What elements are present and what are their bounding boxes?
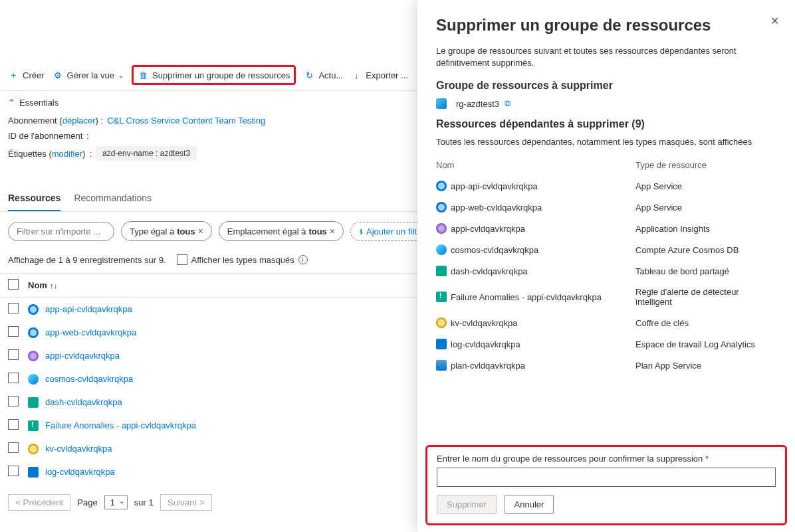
deps-description: Toutes les ressources dépendantes, notam…: [436, 137, 776, 147]
dep-row: appi-cvldqavkrqkpa Application Insights: [436, 218, 776, 239]
dep-type: Plan App Service: [635, 361, 776, 371]
resource-icon: [28, 374, 39, 385]
select-all-checkbox[interactable]: [8, 279, 19, 290]
close-icon[interactable]: ×: [198, 226, 203, 236]
row-checkbox[interactable]: [8, 349, 19, 360]
subscription-label: Abonnement (déplacer) :: [8, 116, 103, 126]
panel-title: Supprimer un groupe de ressources: [436, 16, 776, 35]
export-label: Exporter ...: [366, 70, 408, 80]
tag-pill[interactable]: azd-env-name : azdtest3: [96, 146, 197, 161]
resource-group-icon: [436, 98, 447, 109]
confirm-input[interactable]: [437, 468, 776, 487]
cancel-button[interactable]: Annuler: [505, 495, 554, 514]
deps-heading: Ressources dépendantes à supprimer (9): [436, 118, 776, 130]
row-checkbox[interactable]: [8, 326, 19, 337]
resource-icon: [28, 397, 39, 408]
dep-row: plan-cvldqavkrqkpa Plan App Service: [436, 355, 776, 376]
panel-description: Le groupe de ressources suivant et toute…: [436, 45, 776, 69]
export-button[interactable]: ↓ Exporter ...: [351, 70, 408, 80]
resource-link[interactable]: log-cvldqavkrqkpa: [45, 467, 115, 477]
confirm-label: Entrer le nom du groupe de ressources po…: [437, 454, 776, 464]
resource-icon: [436, 244, 447, 255]
edit-tags-link[interactable]: modifier: [52, 149, 82, 159]
create-label: Créer: [23, 70, 45, 80]
dep-type: Espace de travail Log Analytics: [635, 339, 776, 349]
filter-type[interactable]: Type égal à tous ×: [121, 221, 212, 241]
resource-icon: [28, 444, 39, 454]
sort-asc-icon: ↑↓: [50, 282, 57, 290]
resource-icon: [28, 304, 39, 315]
dep-name: dash-cvldqavkrqkpa: [451, 266, 528, 276]
refresh-button[interactable]: ↻ Actu...: [304, 70, 343, 80]
info-icon[interactable]: i: [298, 255, 308, 264]
resource-link[interactable]: cosmos-cvldqavkrqkpa: [45, 374, 133, 384]
show-hidden-label: Afficher les types masqués: [191, 255, 294, 265]
delete-rg-label: Supprimer un groupe de ressources: [152, 70, 290, 80]
tags-label: Étiquettes (modifier): [8, 149, 85, 159]
chevron-up-icon: ⌃: [8, 98, 15, 108]
row-checkbox[interactable]: [8, 442, 19, 453]
tab-resources[interactable]: Ressources: [8, 186, 60, 211]
tab-recommendations[interactable]: Recommandations: [74, 186, 152, 211]
resource-icon: [436, 181, 447, 191]
dep-type: Compte Azure Cosmos DB: [635, 245, 776, 255]
resource-link[interactable]: app-api-cvldqavkrqkpa: [45, 304, 132, 314]
resource-link[interactable]: app-web-cvldqavkrqkpa: [45, 327, 136, 337]
show-hidden-checkbox[interactable]: [177, 254, 187, 265]
filter-icon: ⫮: [359, 226, 364, 236]
resource-link[interactable]: Failure Anomalies - appi-cvldqavkrqkpa: [45, 420, 196, 430]
next-page-button[interactable]: Suivant >: [160, 494, 212, 511]
copy-icon[interactable]: ⧉: [505, 98, 511, 109]
manage-view-button[interactable]: ⚙ Gérer la vue ⌄: [53, 70, 124, 80]
dep-type: Application Insights: [635, 224, 776, 234]
dep-type: Tableau de bord partagé: [635, 266, 776, 276]
filter-location[interactable]: Emplacement égal à tous ×: [219, 221, 344, 241]
chevron-down-icon: ⌄: [118, 72, 124, 79]
records-count: Affichage de 1 à 9 enregistrements sur 9…: [8, 255, 166, 265]
essentials-title: Essentials: [19, 98, 58, 108]
resource-icon: [28, 327, 39, 338]
dep-row: Failure Anomalies - appi-cvldqavkrqkpa R…: [436, 282, 776, 312]
resource-icon: [436, 360, 447, 371]
resource-link[interactable]: appi-cvldqavkrqkpa: [45, 351, 120, 361]
dep-row: cosmos-cvldqavkrqkpa Compte Azure Cosmos…: [436, 239, 776, 260]
plus-icon: ＋: [8, 70, 19, 80]
resource-link[interactable]: kv-cvldqavkrqkpa: [45, 444, 112, 454]
page-label: Page: [77, 497, 97, 507]
rg-heading: Groupe de ressources à supprimer: [436, 80, 776, 92]
dep-row: app-api-cvldqavkrqkpa App Service: [436, 175, 776, 197]
dep-name: app-web-cvldqavkrqkpa: [451, 203, 542, 213]
prev-page-button[interactable]: < Précédent: [8, 494, 70, 511]
dep-row: app-web-cvldqavkrqkpa App Service: [436, 197, 776, 218]
subscription-value[interactable]: C&L Cross Service Content Team Testing: [107, 116, 265, 126]
row-checkbox[interactable]: [8, 396, 19, 406]
subscription-id-label: ID de l'abonnement: [8, 131, 82, 141]
row-checkbox[interactable]: [8, 466, 19, 476]
dep-name: appi-cvldqavkrqkpa: [451, 224, 525, 234]
gear-icon: ⚙: [53, 70, 63, 80]
filter-input[interactable]: [8, 222, 114, 241]
close-icon[interactable]: ×: [330, 226, 335, 236]
dep-name: plan-cvldqavkrqkpa: [451, 361, 525, 371]
close-panel-button[interactable]: ✕: [770, 15, 779, 27]
row-checkbox[interactable]: [8, 373, 19, 383]
delete-button[interactable]: Supprimer: [437, 495, 497, 514]
manage-view-label: Gérer la vue: [67, 70, 115, 80]
resource-link[interactable]: dash-cvldqavkrqkpa: [45, 397, 122, 407]
create-button[interactable]: ＋ Créer: [8, 70, 45, 80]
resource-icon: [28, 467, 39, 478]
dep-row: log-cvldqavkrqkpa Espace de travail Log …: [436, 333, 776, 355]
trash-icon: 🗑: [138, 70, 148, 80]
row-checkbox[interactable]: [8, 419, 19, 430]
move-link[interactable]: déplacer: [62, 116, 96, 126]
deps-table-header: Nom Type de ressource: [436, 155, 776, 175]
resource-icon: [28, 351, 39, 361]
resource-icon: [436, 202, 447, 213]
resource-icon: [436, 339, 447, 349]
refresh-label: Actu...: [318, 70, 343, 80]
page-select[interactable]: 1 ⌄: [104, 495, 128, 509]
resource-icon: [436, 266, 447, 276]
dep-type: Coffre de clés: [635, 318, 776, 328]
delete-rg-button[interactable]: 🗑 Supprimer un groupe de ressources: [132, 65, 296, 85]
row-checkbox[interactable]: [8, 303, 19, 313]
